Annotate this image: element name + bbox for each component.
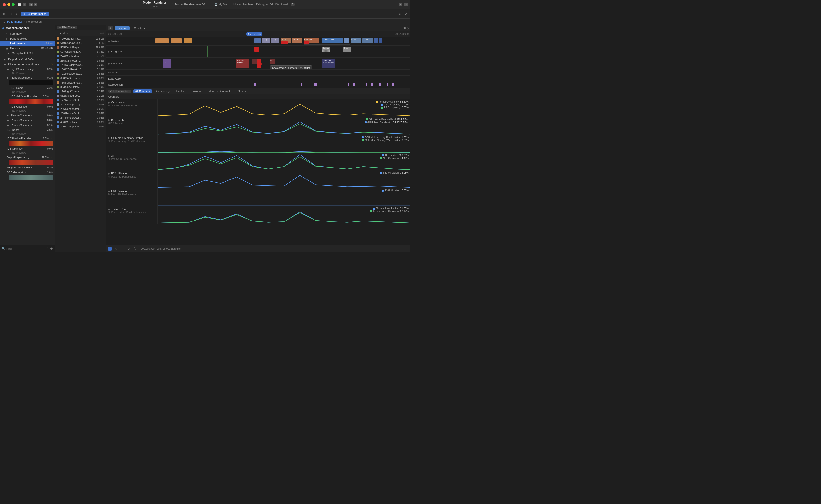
enc-row-12[interactable]: 110 LightCoarse... 0.24% (55, 89, 106, 94)
counter-tab-all[interactable]: All Counters (133, 89, 152, 93)
tab-renderer[interactable]: ⬡ ModernRenderer-macOS (169, 2, 208, 7)
track-fragment-content[interactable]: Sh...red G...ss (150, 46, 410, 57)
mem-limiter-expand[interactable]: ▶ (108, 137, 110, 139)
enc-row-3[interactable]: 687 ScatteringEn... 8.73% (55, 50, 106, 54)
enc-row-7[interactable]: 136 ICB Reset = [ 3.18% (55, 67, 106, 72)
tab-timeline[interactable]: Timeline (115, 26, 129, 30)
grid-toggle-btn[interactable]: ⊞ (2, 11, 7, 16)
maximize-button[interactable] (12, 3, 15, 6)
track-compute-content[interactable]: I...r15... ICB...der42 Disp... C... Scat… (150, 58, 410, 69)
performance-tab[interactable]: ⏱ ⏱ Performance (21, 12, 49, 16)
track-shaders-content[interactable] (150, 70, 410, 75)
texture-read-expand[interactable]: ▶ (108, 208, 110, 210)
bandwidth-expand[interactable]: ▶ (108, 119, 110, 121)
sidebar-item-mippeddepth[interactable]: Mipped Depth Downs... 0.2% (0, 165, 55, 170)
counter-tab-others[interactable]: Others (235, 89, 248, 93)
enc-row-0[interactable]: 709 GBuffer Pas... 23.51% (55, 36, 106, 41)
counter-tab-occupancy[interactable]: Occupancy (154, 89, 172, 93)
enc-row-16[interactable]: 256 RenderOccl... 0.06% (55, 107, 106, 111)
status-refresh-btn[interactable]: ↺ (126, 247, 131, 251)
enc-row-8[interactable]: 791 ResolvePass... 2.88% (55, 72, 106, 76)
stop-btn[interactable]: ◼ (29, 3, 33, 6)
sidebar-item-dropmips[interactable]: ▶ Drop Mips Cmd Buffer ⚠ (0, 57, 55, 62)
sidebar-item-performance[interactable]: ⏱ Performance 4.88 ms (0, 41, 55, 46)
sidebar-item-memory[interactable]: ▣ Memory 876.40 MiB (0, 46, 55, 51)
enc-row-5[interactable]: 265 ICB Reset =... 3.63% (55, 58, 106, 63)
enc-row-17[interactable]: 238 RenderOccl... 0.05% (55, 111, 106, 115)
forward-btn[interactable]: › (14, 11, 19, 16)
enc-row-1[interactable]: 610 Shadow Cas... 21.81% (55, 41, 106, 45)
status-record-btn[interactable] (108, 247, 112, 251)
enc-row-2[interactable]: 505 DepthPrepa... 19.68% (55, 45, 106, 50)
filter-tag[interactable]: ⚙ Filter Tracks (57, 26, 77, 29)
sidebar-item-ro3[interactable]: ▶ RenderOccluders 0.0% (0, 118, 55, 123)
sidebar-item-summary[interactable]: ≡ Summary (0, 31, 55, 36)
f16-expand[interactable]: ▶ (108, 190, 110, 193)
sidebar-item-saogeneration[interactable]: SAO Generation 2.8% (0, 170, 55, 175)
sidebar-item-ro4[interactable]: ▶ RenderOccluders 0.1% (0, 123, 55, 127)
preview-strip-3 (9, 141, 53, 146)
sidebar-item-ro2[interactable]: ▶ RenderOccluders 0.0% (0, 113, 55, 118)
sidebar-item-lightcoarse[interactable]: ▶ LightCoarseCulling 0.2% (0, 67, 55, 72)
track-vertex-content[interactable]: ... D...g D...g Sh...d Sh...d Sha...red … (150, 37, 410, 45)
enc-cost-20: 0.00% (93, 125, 104, 128)
track-compute: ▶ Compute I...r15... ICB...der42 Disp...… (106, 58, 410, 70)
close-button[interactable] (3, 3, 6, 6)
expand-window-btn[interactable]: ⤢ (403, 11, 408, 16)
add-tab-btn[interactable]: + (399, 3, 402, 6)
layout-icon[interactable]: ⊞ (108, 26, 113, 30)
sidebar-item-dependencies[interactable]: ◈ Dependencies (0, 36, 55, 41)
track-loadaction-content[interactable] (150, 76, 410, 82)
status-clock-btn[interactable]: ⏱ (133, 247, 137, 251)
status-frame-btn[interactable]: ⊡ (120, 247, 124, 251)
minimize-button[interactable] (7, 3, 10, 6)
enc-row-11[interactable]: 803 CopyHistory... 0.40% (55, 85, 106, 89)
counter-filter-tag[interactable]: ⚙ Filter Counters (108, 90, 131, 93)
enc-row-14[interactable]: 127 RenderOcclu... 0.13% (55, 98, 106, 102)
track-storeaction-content[interactable] (150, 82, 410, 88)
search-input[interactable] (6, 247, 45, 250)
sidebar-toggle[interactable]: ⬜ (18, 3, 21, 6)
breadcrumb-perf[interactable]: Performance (7, 20, 22, 23)
tab-counters[interactable]: Counters (131, 26, 147, 30)
f32-expand[interactable]: ▶ (108, 172, 110, 175)
sidebar-item-icbmainview[interactable]: ICBMainViewEncoder 3.3% ⚠ (0, 94, 55, 99)
status-play-btn[interactable]: ▷ (114, 247, 118, 251)
compute-expand[interactable]: ▶ (108, 62, 110, 65)
sidebar-item-group-by-api[interactable]: ▾ Group by API Call (0, 51, 55, 56)
sidebar-item-icbreset1[interactable]: ICB Reset 3.2% (0, 85, 55, 90)
enc-row-18[interactable]: 247 RenderOccl... 0.04% (55, 115, 106, 120)
enc-row-15[interactable]: 807 Debug3D = [ 0.07% (55, 102, 106, 107)
window-expand-btn[interactable]: ⤢ (404, 3, 407, 6)
sidebar-item-icbshadow[interactable]: ICBShadowEncoder 7.7% ⚠ (0, 136, 55, 141)
occupancy-expand[interactable]: ▶ (108, 101, 110, 104)
counter-tab-limiter[interactable]: Limiter (174, 89, 187, 93)
enc-row-19[interactable]: 496 IC Optimiz... 0.00% (55, 120, 106, 124)
enc-row-10[interactable]: 755 Forward Pas... 1.53% (55, 80, 106, 85)
sidebar-item-depthprepass[interactable]: DepthPrepass+Lig... 19.7% ⚠ (0, 155, 55, 160)
tab-mac[interactable]: 💻 My Mac (212, 2, 231, 7)
counter-tab-utilization[interactable]: Utilization (188, 89, 205, 93)
enc-cost-0: 23.51% (93, 37, 104, 40)
enc-row-20[interactable]: 230 ICB Optimiz... 0.00% (55, 124, 106, 129)
enc-row-6[interactable]: 144 ICBMainView... 3.29% (55, 63, 106, 67)
sidebar-item-icboptimize2[interactable]: ICB Optimize 0.0% (0, 146, 55, 151)
enc-row-9[interactable]: 600 SAO Genera... 2.80% (55, 76, 106, 80)
enc-row-4[interactable]: 274 ICBShadowE... 7.75% (55, 54, 106, 58)
menu-btn[interactable]: ≡ (397, 11, 402, 16)
add-filter-icon[interactable]: ⊕ (50, 247, 53, 250)
layout-btn[interactable]: ⊡ (23, 3, 26, 6)
alu-expand[interactable]: ▶ (108, 154, 110, 157)
sidebar-item-renderoccluders1[interactable]: ▶ RenderOccluders 0.1% (0, 75, 55, 80)
play-btn[interactable]: ▶ (34, 3, 37, 6)
search-options-icon[interactable]: ⋮ (46, 247, 49, 250)
counter-tab-memory-bandwidth[interactable]: Memory Bandwidth (206, 89, 234, 93)
sidebar-item-icboptimize1[interactable]: ICB Optimize 0.0% (0, 104, 55, 109)
fragment-expand[interactable]: ▶ (108, 50, 110, 53)
back-btn[interactable]: ‹ (9, 11, 14, 16)
vertex-expand[interactable]: ▶ (108, 40, 110, 42)
sidebar-item-icbreset2[interactable]: ICB Reset 3.6% (0, 127, 55, 132)
sidebar-item-offscreen[interactable]: ▶ Offscreen Command Buffer ⚠ (0, 62, 55, 67)
enc-name-1: 610 Shadow Cas... (60, 42, 92, 44)
enc-row-13[interactable]: 562 Mipped Dep... 0.21% (55, 94, 106, 98)
